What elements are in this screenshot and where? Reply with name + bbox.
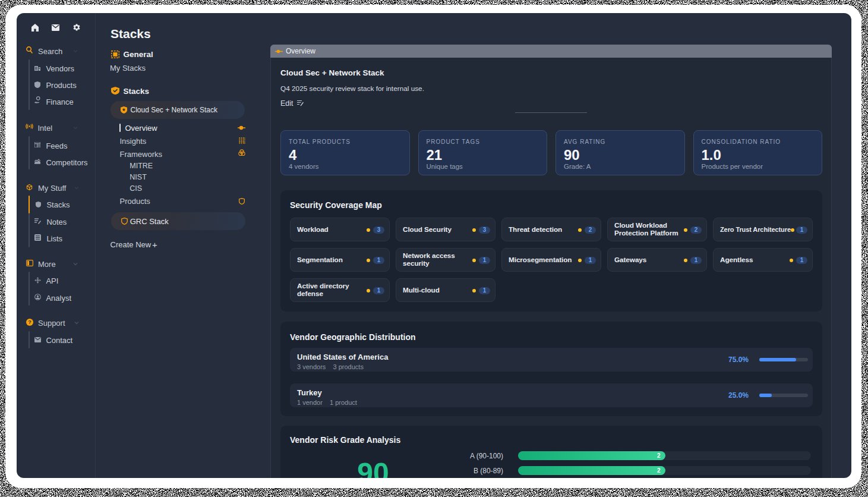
- svg-text:?: ?: [28, 319, 31, 325]
